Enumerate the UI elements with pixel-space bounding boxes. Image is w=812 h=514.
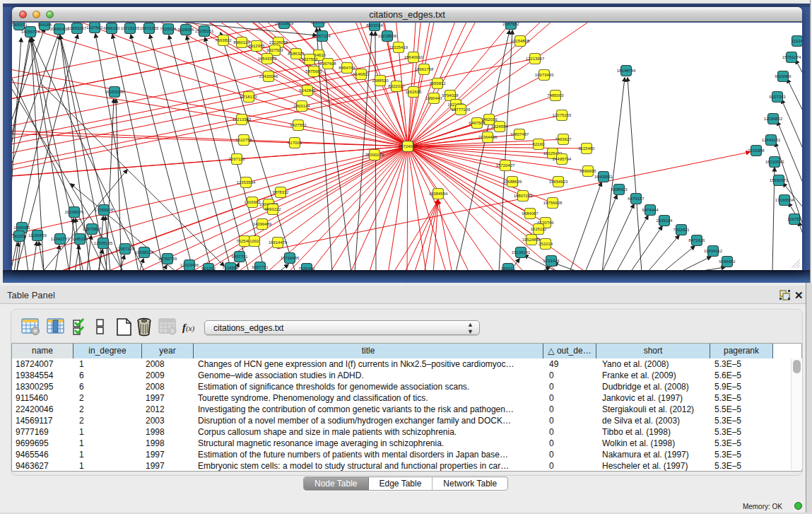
- svg-text:14099489: 14099489: [253, 222, 272, 226]
- svg-text:7357224: 7357224: [314, 34, 331, 38]
- svg-text:9794028: 9794028: [442, 93, 459, 98]
- svg-text:6466160: 6466160: [103, 26, 120, 30]
- svg-text:961232: 961232: [201, 267, 216, 271]
- svg-text:1435051: 1435051: [13, 226, 30, 230]
- svg-text:19218506: 19218506: [378, 34, 397, 38]
- svg-text:18724007: 18724007: [399, 144, 418, 148]
- svg-text:12444151: 12444151: [762, 138, 781, 142]
- svg-text:8912955: 8912955: [310, 23, 327, 24]
- svg-text:8322017: 8322017: [388, 84, 405, 88]
- svg-text:21364436: 21364436: [478, 135, 498, 139]
- svg-text:16648784: 16648784: [617, 69, 636, 73]
- svg-text:10154808: 10154808: [511, 39, 530, 43]
- svg-text:9684067: 9684067: [522, 211, 539, 216]
- svg-text:15136141: 15136141: [512, 250, 531, 255]
- svg-text:20206576: 20206576: [65, 210, 84, 214]
- svg-text:15155261: 15155261: [195, 29, 214, 33]
- svg-text:417006: 417006: [288, 141, 302, 145]
- svg-text:5875685: 5875685: [305, 69, 322, 74]
- svg-text:11325419: 11325419: [389, 45, 408, 49]
- svg-text:12213383: 12213383: [233, 117, 252, 122]
- svg-text:7632621: 7632621: [673, 228, 690, 232]
- svg-text:3878332: 3878332: [272, 190, 289, 194]
- svg-text:12505135: 12505135: [94, 241, 113, 245]
- svg-text:9474444: 9474444: [642, 208, 659, 212]
- svg-text:10653267: 10653267: [68, 26, 87, 30]
- svg-text:9242845: 9242845: [299, 88, 316, 93]
- svg-text:15751074: 15751074: [782, 55, 801, 59]
- svg-text:7485003: 7485003: [547, 93, 564, 98]
- svg-text:391159: 391159: [12, 234, 26, 238]
- svg-text:18807249: 18807249: [514, 194, 533, 198]
- svg-text:3267110: 3267110: [229, 157, 246, 161]
- svg-text:19777109: 19777109: [452, 107, 471, 112]
- svg-text:16782759: 16782759: [158, 257, 177, 261]
- svg-text:8471626: 8471626: [688, 238, 705, 243]
- svg-text:10975867: 10975867: [83, 227, 102, 231]
- svg-text:1610755: 1610755: [235, 138, 252, 142]
- svg-text:2803144: 2803144: [293, 104, 310, 108]
- svg-text:16409511: 16409511: [594, 175, 613, 179]
- svg-text:16210643: 16210643: [765, 160, 784, 164]
- svg-text:7134556: 7134556: [222, 266, 239, 270]
- svg-text:8813014: 8813014: [366, 23, 383, 28]
- svg-text:10807487: 10807487: [510, 132, 529, 136]
- svg-text:(x): (x): [186, 324, 195, 333]
- svg-text:10719155: 10719155: [121, 26, 140, 30]
- svg-text:9327503: 9327503: [266, 48, 283, 52]
- svg-text:1145194: 1145194: [72, 237, 89, 241]
- svg-text:1990443: 1990443: [425, 96, 442, 100]
- svg-text:7663822: 7663822: [215, 38, 232, 42]
- svg-text:1162615: 1162615: [406, 90, 423, 94]
- svg-text:16914479: 16914479: [269, 240, 288, 245]
- svg-text:16033809: 16033809: [275, 23, 294, 25]
- svg-text:6479197: 6479197: [628, 197, 645, 201]
- svg-text:8186323: 8186323: [288, 52, 305, 56]
- svg-text:20691406: 20691406: [50, 27, 69, 31]
- svg-text:18640910: 18640910: [404, 55, 423, 59]
- svg-text:1615112: 1615112: [531, 227, 548, 231]
- svg-text:7955812: 7955812: [429, 81, 446, 86]
- svg-text:23420046: 23420046: [259, 74, 278, 78]
- svg-text:9227343: 9227343: [769, 95, 786, 99]
- svg-text:12342757: 12342757: [51, 237, 70, 241]
- svg-text:9146821: 9146821: [353, 72, 370, 76]
- svg-text:8454749: 8454749: [339, 66, 355, 70]
- svg-text:15716485: 15716485: [281, 256, 300, 260]
- svg-text:9118306: 9118306: [178, 28, 195, 32]
- svg-text:7463627: 7463627: [555, 137, 572, 141]
- svg-text:10973493: 10973493: [535, 73, 554, 77]
- svg-text:9329966: 9329966: [775, 74, 792, 78]
- svg-text:9427552: 9427552: [290, 123, 307, 127]
- svg-text:9699695: 9699695: [579, 169, 596, 173]
- svg-text:9245652: 9245652: [719, 259, 736, 264]
- svg-text:15692971: 15692971: [770, 178, 789, 182]
- svg-text:17359908: 17359908: [95, 208, 114, 212]
- svg-text:20053346: 20053346: [105, 90, 124, 94]
- svg-text:12213967: 12213967: [526, 57, 545, 61]
- svg-text:62160: 62160: [533, 142, 545, 146]
- svg-text:12353594: 12353594: [237, 180, 256, 185]
- svg-text:16671355: 16671355: [140, 26, 159, 30]
- svg-text:1588520: 1588520: [372, 78, 389, 83]
- svg-text:15720407: 15720407: [496, 163, 515, 168]
- svg-text:2367608: 2367608: [319, 62, 336, 66]
- svg-text:10654112: 10654112: [704, 249, 723, 253]
- svg-text:1002: 1002: [249, 239, 259, 243]
- svg-text:10958107: 10958107: [135, 250, 154, 255]
- svg-text:7625402: 7625402: [298, 267, 315, 271]
- svg-text:1405571: 1405571: [12, 23, 28, 27]
- svg-text:2935114: 2935114: [657, 218, 673, 223]
- svg-text:3215958: 3215958: [748, 148, 765, 153]
- svg-text:252214: 252214: [539, 242, 553, 246]
- svg-text:12075165: 12075165: [553, 113, 572, 117]
- svg-text:3524554: 3524554: [491, 124, 508, 129]
- svg-text:1733426: 1733426: [543, 259, 560, 263]
- svg-text:11156829: 11156829: [28, 233, 47, 238]
- svg-text:2087682: 2087682: [502, 23, 519, 26]
- svg-text:955213: 955213: [501, 267, 516, 271]
- svg-text:10688609: 10688609: [503, 180, 522, 184]
- svg-text:16961758: 16961758: [415, 67, 434, 71]
- svg-text:17016504: 17016504: [775, 198, 794, 202]
- svg-text:3493222: 3493222: [264, 207, 281, 211]
